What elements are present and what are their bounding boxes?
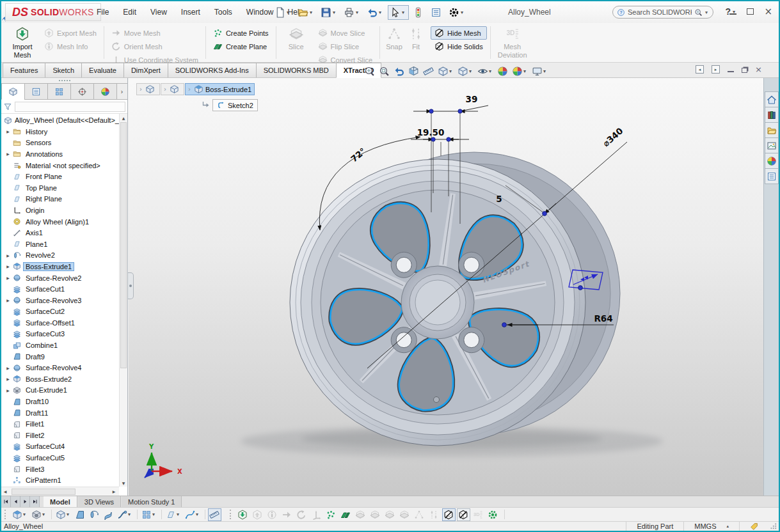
next-tab-button[interactable]	[20, 496, 30, 507]
expander-icon[interactable]	[5, 264, 11, 269]
close-button[interactable]: ×	[764, 7, 772, 17]
tree-item[interactable]: Fillet1	[1, 418, 119, 430]
command-tab[interactable]: SOLIDWORKS MBD	[256, 63, 337, 77]
tree-root[interactable]: Alloy_Wheel (Default<<Default>_Displ	[1, 114, 119, 126]
tree-item[interactable]: Material <not specified>	[1, 160, 119, 171]
dimxpertmanager-tab[interactable]	[70, 83, 94, 100]
expander-icon[interactable]	[5, 298, 11, 302]
tree-item[interactable]: History	[1, 126, 119, 137]
toolbar-drag-handle[interactable]	[230, 510, 234, 519]
displaymanager-tab[interactable]	[93, 83, 117, 100]
tree-item[interactable]: Draft10	[1, 396, 119, 407]
orient-mesh-button[interactable]: Orient Mesh	[107, 40, 202, 53]
search-dropdown-icon[interactable]	[705, 10, 709, 15]
tree-item[interactable]: Surface-Revolve4	[1, 362, 119, 373]
fit-button[interactable]	[427, 508, 441, 521]
units-selector[interactable]: MMGS	[683, 522, 739, 531]
expander-icon[interactable]	[5, 377, 11, 381]
use-coordinate-system-button[interactable]	[310, 508, 323, 521]
slice-button[interactable]: Slice	[280, 24, 313, 60]
view-palette-button[interactable]	[765, 137, 779, 153]
tree-item[interactable]: CirPattern1	[1, 474, 119, 486]
panel-expand-arrow[interactable]	[116, 83, 127, 100]
mesh-info-button[interactable]: Mesh Info	[40, 40, 100, 53]
tree-item[interactable]: Boss-Extrude1	[1, 261, 119, 272]
tree-item[interactable]: SurfaceCut1	[1, 283, 119, 295]
move-mesh-button[interactable]	[280, 508, 294, 521]
tree-item[interactable]: Plane1	[1, 239, 119, 250]
orient-mesh-button[interactable]	[295, 508, 308, 521]
doc-restore-button[interactable]	[742, 68, 747, 73]
search-input[interactable]	[628, 8, 692, 16]
move-mesh-button[interactable]: Move Mesh	[107, 26, 202, 40]
toolbar-drag-handle[interactable]	[4, 510, 8, 519]
convert-slice-button[interactable]	[398, 508, 411, 521]
flip-slice-button[interactable]: Flip Slice	[314, 40, 376, 53]
breadcrumb-item[interactable]	[161, 83, 184, 95]
tree-item[interactable]: Annotations	[1, 148, 119, 160]
snap-button[interactable]	[413, 508, 426, 521]
export-mesh-button[interactable]	[251, 508, 264, 521]
appearances-button[interactable]	[765, 153, 779, 169]
tree-item[interactable]: Alloy Wheel (Align)1	[1, 216, 119, 228]
tree-item[interactable]: Cut-Extrude1	[1, 385, 119, 396]
filter-input[interactable]	[15, 102, 125, 112]
display-style-button[interactable]	[457, 65, 475, 77]
command-tab[interactable]: DimXpert	[123, 63, 168, 77]
tree-item[interactable]: SurfaceCut5	[1, 452, 119, 464]
mesh-info-button[interactable]	[266, 508, 279, 521]
sketch-breadcrumb-item[interactable]: Sketch2	[212, 99, 258, 111]
document-tab[interactable]: Motion Study 1	[122, 496, 182, 507]
view-settings-button[interactable]	[531, 65, 549, 77]
document-tab[interactable]: Model	[44, 496, 77, 507]
zoom-to-fit-button[interactable]	[363, 65, 376, 77]
create-points-button[interactable]	[324, 508, 338, 521]
tree-item[interactable]: SurfaceCut2	[1, 306, 119, 318]
tree-item[interactable]: SurfaceCut3	[1, 329, 119, 340]
print-button[interactable]	[342, 5, 363, 20]
hide-show-items-button[interactable]	[477, 65, 495, 77]
tree-item[interactable]: Draft11	[1, 407, 119, 419]
fit-button[interactable]: Fit	[405, 24, 427, 60]
mesh-deviation-button[interactable]: Mesh Deviation	[494, 24, 531, 60]
section-view-button[interactable]	[408, 65, 420, 77]
tree-horizontal-scrollbar[interactable]: ◀ ▶	[1, 487, 119, 496]
panel-grip[interactable]	[1, 78, 127, 83]
command-tab[interactable]: Features	[3, 63, 45, 77]
measure-button[interactable]	[422, 65, 435, 77]
undo-button[interactable]	[365, 5, 386, 20]
help-search-box[interactable]	[612, 6, 713, 19]
resize-grip[interactable]	[768, 522, 779, 531]
home-button[interactable]	[765, 91, 779, 107]
doc-minimize-button[interactable]	[728, 71, 734, 72]
expander-icon[interactable]	[5, 152, 11, 156]
hide-solids-button[interactable]: Hide Solids	[431, 40, 487, 53]
menu-item[interactable]: Tools	[207, 1, 239, 23]
hide-mesh-button[interactable]	[442, 508, 456, 521]
create-points-button[interactable]: Create Points	[209, 26, 273, 40]
expander-icon[interactable]	[5, 388, 11, 393]
import-mesh-button[interactable]	[236, 508, 250, 521]
slice-button[interactable]	[354, 508, 367, 521]
expander-icon[interactable]	[5, 129, 11, 134]
configurationmanager-tab[interactable]	[47, 83, 71, 100]
loft-button[interactable]	[102, 508, 115, 521]
mesh-deviation-button[interactable]	[472, 508, 485, 521]
menu-item[interactable]: Insert	[174, 1, 207, 23]
draft-button[interactable]	[74, 508, 87, 521]
save-button[interactable]	[319, 5, 340, 20]
view-orientation-button[interactable]	[437, 65, 455, 77]
prev-tab-button[interactable]	[11, 496, 20, 507]
tree-item[interactable]: Boss-Extrude2	[1, 373, 119, 385]
featuremanager-tab[interactable]	[1, 83, 25, 100]
flip-slice-button[interactable]	[383, 508, 397, 521]
search-icon[interactable]	[694, 8, 703, 17]
menu-item[interactable]: View	[143, 1, 174, 23]
filter-funnel-icon[interactable]	[3, 102, 12, 111]
create-plane-button[interactable]	[339, 508, 353, 521]
maximize-button[interactable]	[747, 8, 754, 15]
expander-icon[interactable]	[5, 276, 11, 280]
tree-item[interactable]: Origin	[1, 205, 119, 216]
collapse-left-pane-icon[interactable]: ◂	[696, 65, 704, 74]
tree-item[interactable]: Axis1	[1, 227, 119, 239]
